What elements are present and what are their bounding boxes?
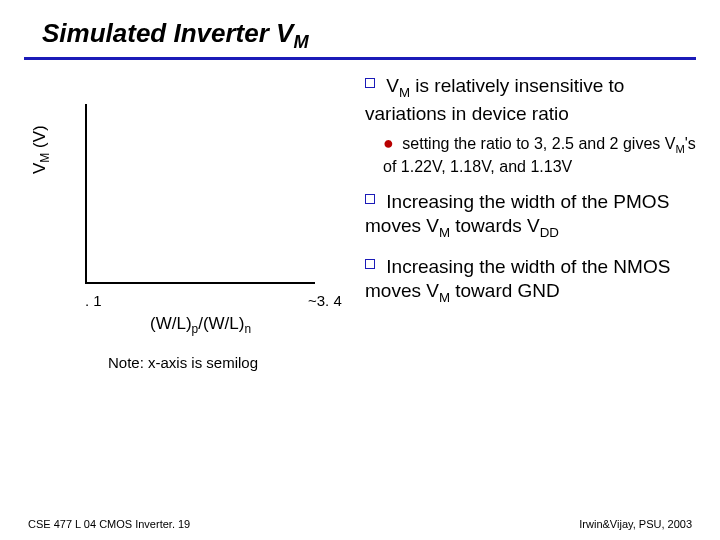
title-subscript: M: [293, 32, 308, 52]
ylabel-sub: M: [38, 153, 52, 163]
axis-note: Note: x-axis is semilog: [108, 354, 258, 371]
b3-sub: M: [439, 290, 450, 305]
b3-b: toward GND: [450, 280, 560, 301]
b1-sub: M: [399, 85, 410, 100]
bullet-1-sub: ● setting the ratio to 3, 2.5 and 2 give…: [383, 133, 700, 176]
title-area: Simulated Inverter VM: [0, 0, 720, 53]
chart-area: VM (V) . 1 ~3. 4 (W/L)p/(W/L)n Note: x-a…: [30, 104, 350, 384]
slide: Simulated Inverter VM VM (V) . 1 ~3. 4 (…: [0, 0, 720, 540]
b2-sub: M: [439, 225, 450, 240]
b2-b: towards V: [450, 215, 540, 236]
xlabel-b-sub: n: [244, 323, 251, 337]
slide-title: Simulated Inverter VM: [42, 18, 720, 53]
footer: CSE 477 L 04 CMOS Inverter. 19 Irwin&Vij…: [28, 518, 692, 530]
square-bullet-icon: [365, 194, 375, 204]
ylabel-post: (V): [30, 126, 49, 153]
x-axis-label: (W/L)p/(W/L)n: [150, 314, 251, 336]
bullet-1: VM is relatively insensitive to variatio…: [365, 74, 700, 125]
square-bullet-icon: [365, 78, 375, 88]
footer-left: CSE 477 L 04 CMOS Inverter. 19: [28, 518, 190, 530]
body: VM (V) . 1 ~3. 4 (W/L)p/(W/L)n Note: x-a…: [0, 60, 720, 384]
b1s-sub: M: [675, 144, 684, 156]
bullet-2: Increasing the width of the PMOS moves V…: [365, 190, 700, 241]
bullet-3: Increasing the width of the NMOS moves V…: [365, 255, 700, 306]
b1-a: V: [386, 75, 399, 96]
bullet-column: VM is relatively insensitive to variatio…: [365, 74, 700, 384]
x-tick-left: . 1: [85, 292, 102, 309]
title-text: Simulated Inverter V: [42, 18, 293, 48]
plot-box: [85, 104, 315, 284]
footer-right: Irwin&Vijay, PSU, 2003: [579, 518, 692, 530]
b2-sub2: DD: [540, 225, 559, 240]
square-bullet-icon: [365, 259, 375, 269]
dot-bullet-icon: ●: [383, 133, 394, 153]
xlabel-a: (W/L): [150, 314, 192, 333]
y-axis-label: VM (V): [30, 126, 52, 175]
chart-column: VM (V) . 1 ~3. 4 (W/L)p/(W/L)n Note: x-a…: [30, 74, 365, 384]
x-tick-right: ~3. 4: [308, 292, 342, 309]
xlabel-mid: /(W/L): [198, 314, 244, 333]
b1s-a: setting the ratio to 3, 2.5 and 2 gives …: [402, 135, 675, 152]
ylabel-pre: V: [30, 163, 49, 174]
